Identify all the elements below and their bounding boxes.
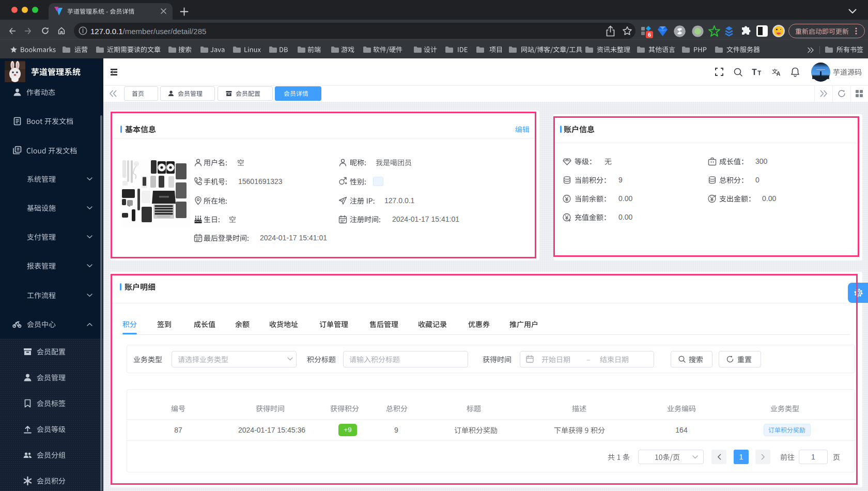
svg-text:6: 6 xyxy=(648,32,651,38)
